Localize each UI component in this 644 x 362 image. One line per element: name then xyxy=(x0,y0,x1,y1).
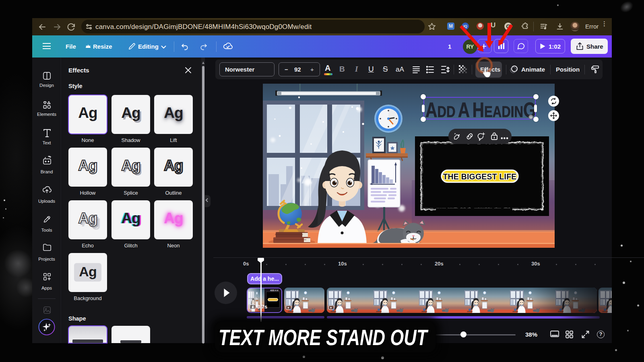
svg-text:THE BIGGEST LIFE: THE BIGGEST LIFE xyxy=(443,172,516,181)
